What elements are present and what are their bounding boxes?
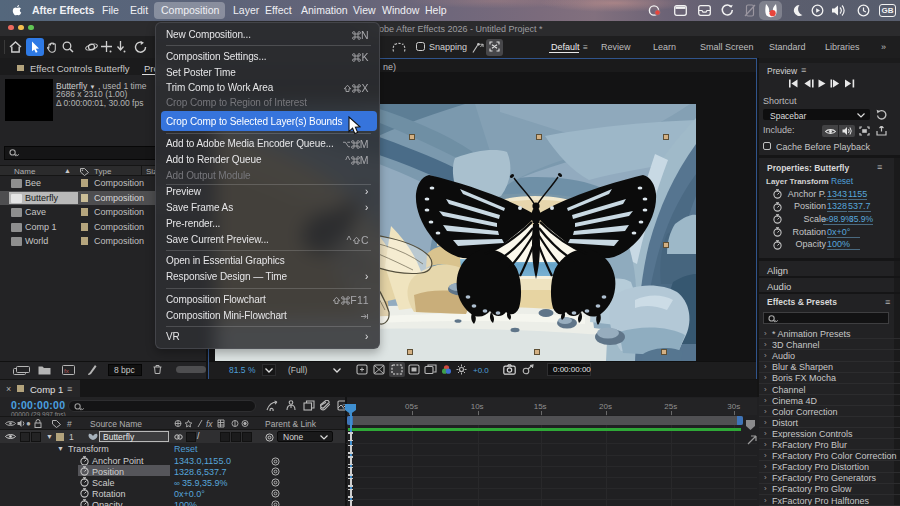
svg-text:fx: fx xyxy=(206,419,213,428)
svg-text:fx: fx xyxy=(64,368,69,374)
